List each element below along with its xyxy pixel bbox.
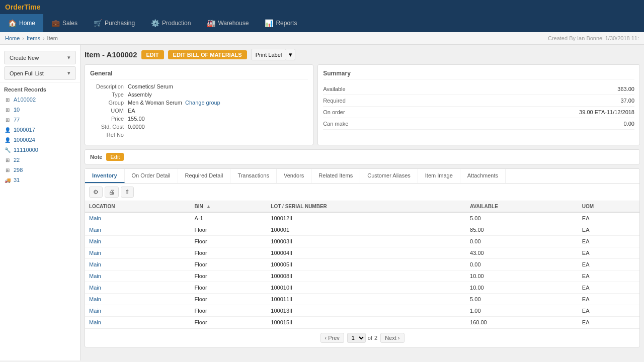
cell-location[interactable]: Main: [85, 294, 191, 305]
tab-inventory[interactable]: Inventory: [85, 169, 125, 183]
nav-reports[interactable]: 📊 Reports: [257, 14, 305, 32]
tab-required-detail[interactable]: Required Detail: [178, 169, 231, 183]
open-full-list-button[interactable]: Open Full List ▾: [4, 66, 76, 80]
export-toolbar-button[interactable]: ⇑: [121, 187, 134, 198]
tab-attachments[interactable]: Attachments: [460, 169, 506, 183]
print-toolbar-button[interactable]: 🖨: [105, 187, 119, 198]
cell-location[interactable]: Main: [85, 212, 191, 224]
nav-sales[interactable]: 💼 Sales: [43, 14, 86, 32]
cell-lot-serial: 100005II: [267, 259, 466, 270]
sidebar-record-31[interactable]: 🚚 31: [0, 175, 80, 185]
page-select[interactable]: 1 2: [347, 333, 366, 343]
table-row: Main Floor 100005II 0.00 EA: [85, 259, 639, 270]
table-row: Main Floor 100013II 1.00 EA: [85, 305, 639, 317]
breadcrumb-items[interactable]: Items: [27, 35, 40, 41]
cell-location[interactable]: Main: [85, 317, 191, 328]
table-row: Main A-1 100012II 5.00 EA: [85, 212, 639, 224]
sidebar-record-11110000[interactable]: 🔧 11110000: [0, 145, 80, 155]
sidebar-record-1000017[interactable]: 👤 1000017: [0, 125, 80, 135]
breadcrumb-home[interactable]: Home: [5, 35, 20, 41]
print-label-group: Print Label ▾: [251, 49, 296, 60]
cell-bin: Floor: [191, 236, 267, 247]
table-row: Main Floor 100004II 43.00 EA: [85, 247, 639, 259]
breadcrumb-item: Item: [47, 35, 58, 41]
cell-available: 5.00: [466, 294, 578, 305]
sidebar-record-22[interactable]: ⊞ 22: [0, 155, 80, 165]
tab-item-image[interactable]: Item Image: [418, 169, 460, 183]
tab-vendors[interactable]: Vendors: [277, 169, 311, 183]
cell-uom: EA: [578, 247, 639, 259]
cell-uom: EA: [578, 282, 639, 294]
created-by-text: Created By Ian Bonnel 1/30/2018 11:: [548, 35, 639, 41]
table-row: Main Floor 100011II 5.00 EA: [85, 294, 639, 305]
create-new-dropdown-icon: ▾: [67, 54, 70, 61]
can-make-row: Can make 0.00: [323, 118, 634, 130]
tab-on-order-detail[interactable]: On Order Detail: [125, 169, 178, 183]
cell-location[interactable]: Main: [85, 236, 191, 247]
sidebar-record-10[interactable]: ⊞ 10: [0, 105, 80, 115]
note-edit-button[interactable]: Edit: [106, 153, 124, 161]
total-pages: 2: [374, 335, 377, 341]
table-row: Main Floor 100010II 10.00 EA: [85, 282, 639, 294]
sidebar-record-A100002[interactable]: ⊞ A100002: [0, 95, 80, 105]
tab-related-items[interactable]: Related Items: [311, 169, 360, 183]
sidebar-record-1000024[interactable]: 👤 1000024: [0, 135, 80, 145]
cell-uom: EA: [578, 212, 639, 224]
cell-location[interactable]: Main: [85, 282, 191, 294]
tab-customer-aliases[interactable]: Customer Aliases: [360, 169, 418, 183]
truck-icon: 🚚: [4, 176, 11, 184]
tab-transactions[interactable]: Transactions: [230, 169, 277, 183]
nav-purchasing[interactable]: 🛒 Purchasing: [86, 14, 143, 32]
main-content: Item - A100002 EDIT EDIT BILL OF MATERIA…: [80, 45, 644, 360]
print-label-button[interactable]: Print Label: [251, 49, 287, 60]
sidebar-record-77[interactable]: ⊞ 77: [0, 115, 80, 125]
cell-bin: Floor: [191, 294, 267, 305]
cell-available: 160.00: [466, 317, 578, 328]
reports-icon: 📊: [265, 19, 273, 27]
required-row: Required 37.00: [323, 95, 634, 107]
print-label-dropdown[interactable]: ▾: [286, 49, 295, 60]
sidebar-record-298[interactable]: ⊞ 298: [0, 165, 80, 175]
cell-available: 43.00: [466, 247, 578, 259]
table-row: Main Floor 100008II 10.00 EA: [85, 270, 639, 282]
edit-bom-button[interactable]: EDIT BILL OF MATERIALS: [168, 50, 247, 59]
cell-location[interactable]: Main: [85, 305, 191, 317]
settings-toolbar-button[interactable]: ⚙: [89, 187, 103, 198]
tab-list: Inventory On Order Detail Required Detai…: [85, 169, 639, 184]
table-row: Main Floor 100003II 0.00 EA: [85, 236, 639, 247]
cell-bin: Floor: [191, 317, 267, 328]
grid-icon: ⊞: [4, 106, 11, 113]
warehouse-icon: 🏭: [207, 19, 215, 27]
group-field: Group Men & Woman Serum Change group: [90, 100, 308, 106]
cell-location[interactable]: Main: [85, 270, 191, 282]
purchasing-icon: 🛒: [94, 19, 102, 27]
prev-page-button[interactable]: ‹ Prev: [320, 333, 344, 343]
cell-uom: EA: [578, 224, 639, 236]
create-new-button[interactable]: Create New ▾: [4, 51, 76, 64]
open-full-list-dropdown-icon: ▾: [67, 70, 70, 76]
cell-bin: Floor: [191, 270, 267, 282]
grid-icon: ⊞: [4, 96, 11, 103]
logo-time: Time: [24, 3, 40, 11]
home-icon: 🏠: [8, 19, 17, 27]
cell-location[interactable]: Main: [85, 259, 191, 270]
breadcrumb: Home › Items › Item: [5, 35, 58, 41]
tabs-container: Inventory On Order Detail Required Detai…: [85, 168, 640, 347]
nav-home[interactable]: 🏠 Home: [0, 14, 43, 32]
production-item-icon: 🔧: [4, 146, 11, 153]
main-nav: 🏠 Home 💼 Sales 🛒 Purchasing ⚙️ Productio…: [0, 14, 644, 32]
cell-available: 0.00: [466, 259, 578, 270]
cell-bin: Floor: [191, 282, 267, 294]
next-page-button[interactable]: Next ›: [380, 333, 404, 343]
change-group-link[interactable]: Change group: [185, 100, 220, 106]
cell-available: 5.00: [466, 212, 578, 224]
cell-lot-serial: 100013II: [267, 305, 466, 317]
nav-production[interactable]: ⚙️ Production: [143, 14, 199, 32]
nav-warehouse[interactable]: 🏭 Warehouse: [199, 14, 257, 32]
cell-location[interactable]: Main: [85, 247, 191, 259]
edit-button[interactable]: EDIT: [141, 50, 164, 59]
col-bin[interactable]: BIN ▲: [191, 201, 267, 212]
cell-lot-serial: 100011II: [267, 294, 466, 305]
pagination: ‹ Prev 1 2 of 2 Next ›: [85, 328, 639, 347]
cell-location[interactable]: Main: [85, 224, 191, 236]
